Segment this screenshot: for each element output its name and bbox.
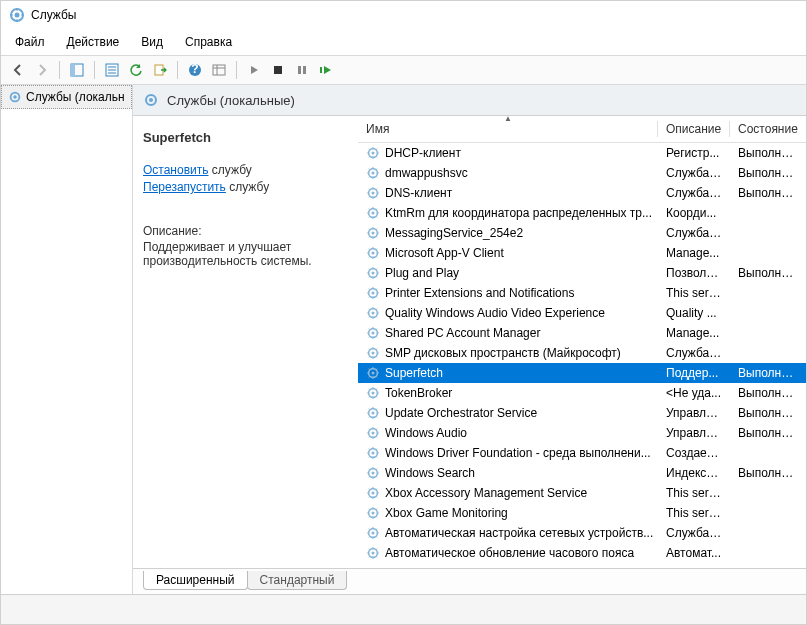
gear-icon: [366, 446, 380, 460]
svg-line-204: [376, 489, 377, 490]
service-row[interactable]: MessagingService_254e2Служба,...: [358, 223, 806, 243]
service-row[interactable]: Windows Driver Foundation - среда выполн…: [358, 443, 806, 463]
service-description: Управля...: [658, 406, 730, 420]
service-description: This serv...: [658, 506, 730, 520]
tree-pane: Службы (локальн: [1, 85, 133, 594]
service-description: Служба ...: [658, 526, 730, 540]
service-row[interactable]: Update Orchestrator ServiceУправля...Вып…: [358, 403, 806, 423]
tab-extended[interactable]: Расширенный: [143, 571, 248, 590]
svg-line-223: [376, 536, 377, 537]
svg-line-92: [369, 269, 370, 270]
forward-button[interactable]: [31, 59, 53, 81]
service-row[interactable]: Xbox Game MonitoringThis serv...: [358, 503, 806, 523]
svg-point-127: [371, 351, 374, 354]
svg-line-65: [369, 216, 370, 217]
details-button[interactable]: [208, 59, 230, 81]
svg-line-63: [376, 216, 377, 217]
gear-icon: [366, 266, 380, 280]
service-row[interactable]: SuperfetchПоддер...Выполняет: [358, 363, 806, 383]
service-state: Выполняет: [730, 406, 802, 420]
window-title: Службы: [31, 8, 76, 22]
service-row[interactable]: Microsoft App-V ClientManage...: [358, 243, 806, 263]
service-row[interactable]: Windows SearchИндекси...Выполняет: [358, 463, 806, 483]
svg-line-212: [369, 509, 370, 510]
service-name: Quality Windows Audio Video Experience: [385, 306, 605, 320]
restart-link[interactable]: Перезапустить: [143, 180, 226, 194]
back-button[interactable]: [7, 59, 29, 81]
svg-point-1: [15, 13, 20, 18]
properties-button[interactable]: [101, 59, 123, 81]
stop-link[interactable]: Остановить: [143, 163, 209, 177]
service-row[interactable]: Автоматическое обновление часового пояса…: [358, 543, 806, 563]
description-text: Поддерживает и улучшает производительнос…: [143, 240, 348, 268]
content-area: Службы (локальн Службы (локальные) Super…: [1, 85, 806, 594]
stop-action-line: Остановить службу: [143, 163, 348, 177]
service-description: Служба ...: [658, 186, 730, 200]
service-row[interactable]: dmwappushsvcСлужба ...Выполняет: [358, 163, 806, 183]
service-state: Выполняет: [730, 366, 802, 380]
svg-line-164: [376, 409, 377, 410]
svg-line-55: [369, 196, 370, 197]
service-description: Manage...: [658, 326, 730, 340]
svg-line-202: [369, 489, 370, 490]
service-row[interactable]: SMP дисковых пространств (Майкрософт)Слу…: [358, 343, 806, 363]
column-description[interactable]: Описание: [658, 116, 730, 142]
help-button[interactable]: ?: [184, 59, 206, 81]
svg-line-73: [376, 236, 377, 237]
service-row[interactable]: DHCP-клиентРегистр...Выполняет: [358, 143, 806, 163]
svg-line-95: [369, 276, 370, 277]
service-row[interactable]: Quality Windows Audio Video ExperienceQu…: [358, 303, 806, 323]
service-row[interactable]: DNS-клиентСлужба ...Выполняет: [358, 183, 806, 203]
service-row[interactable]: Shared PC Account ManagerManage...: [358, 323, 806, 343]
restart-service-button[interactable]: [315, 59, 337, 81]
service-description: Поддер...: [658, 366, 730, 380]
service-name: Xbox Accessory Management Service: [385, 486, 587, 500]
svg-line-134: [376, 349, 377, 350]
restart-action-line: Перезапустить службу: [143, 180, 348, 194]
service-name: TokenBroker: [385, 386, 452, 400]
svg-line-235: [369, 556, 370, 557]
service-row[interactable]: Xbox Accessory Management ServiceThis se…: [358, 483, 806, 503]
svg-line-33: [376, 156, 377, 157]
gear-icon: [366, 426, 380, 440]
svg-line-175: [369, 436, 370, 437]
gear-icon: [143, 92, 159, 108]
service-row[interactable]: Plug and PlayПозволя...Выполняет: [358, 263, 806, 283]
toolbar-separator: [236, 61, 237, 79]
menu-action[interactable]: Действие: [57, 31, 130, 53]
tab-standard[interactable]: Стандартный: [247, 571, 348, 590]
export-button[interactable]: [149, 59, 171, 81]
list-body[interactable]: DHCP-клиентРегистр...Выполняетdmwappushs…: [358, 143, 806, 568]
svg-line-42: [369, 169, 370, 170]
svg-rect-21: [320, 67, 322, 73]
svg-point-87: [371, 271, 374, 274]
start-service-button[interactable]: [243, 59, 265, 81]
tree-root-node[interactable]: Службы (локальн: [1, 85, 132, 109]
service-row[interactable]: TokenBroker<Не уда...Выполняет: [358, 383, 806, 403]
toolbar-separator: [59, 61, 60, 79]
column-state[interactable]: Состояние: [730, 116, 802, 142]
svg-line-144: [376, 369, 377, 370]
menu-help[interactable]: Справка: [175, 31, 242, 53]
service-row[interactable]: Автоматическая настройка сетевых устройс…: [358, 523, 806, 543]
service-name: Windows Search: [385, 466, 475, 480]
refresh-button[interactable]: [125, 59, 147, 81]
svg-line-104: [376, 289, 377, 290]
description-label: Описание:: [143, 224, 348, 238]
pause-service-button[interactable]: [291, 59, 313, 81]
service-description: Служба ...: [658, 346, 730, 360]
column-name[interactable]: ▲ Имя: [358, 116, 658, 142]
menu-view[interactable]: Вид: [131, 31, 173, 53]
svg-line-64: [376, 209, 377, 210]
service-name: DHCP-клиент: [385, 146, 461, 160]
service-row[interactable]: KtmRm для координатора распределенных тр…: [358, 203, 806, 223]
titlebar: Службы: [1, 1, 806, 29]
svg-point-97: [371, 291, 374, 294]
svg-point-77: [371, 251, 374, 254]
menu-file[interactable]: Файл: [5, 31, 55, 53]
svg-point-227: [371, 551, 374, 554]
service-row[interactable]: Printer Extensions and NotificationsThis…: [358, 283, 806, 303]
show-hide-tree-button[interactable]: [66, 59, 88, 81]
stop-service-button[interactable]: [267, 59, 289, 81]
service-row[interactable]: Windows AudioУправля...Выполняет: [358, 423, 806, 443]
